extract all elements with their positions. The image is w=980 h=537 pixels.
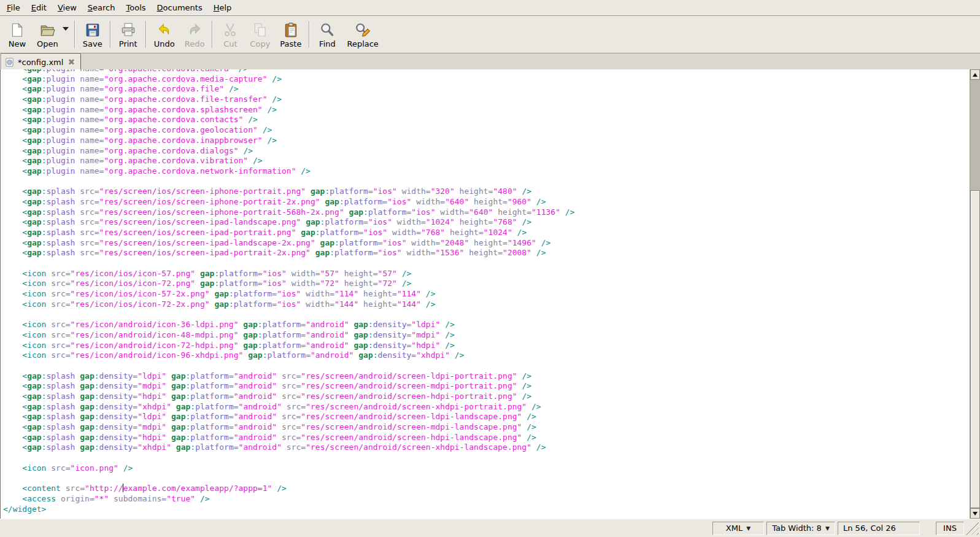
toolbar-separator <box>74 21 75 48</box>
code-line[interactable]: <gap:splash src="res/screen/ios/screen-i… <box>3 187 970 197</box>
magnifier-pencil-icon <box>355 22 371 38</box>
tab-config-xml[interactable]: *config.xml ✖ <box>1 53 81 70</box>
statusbar: XML ▼ Tab Width: 8 ▼ Ln 56, Col 26 INS <box>0 519 980 537</box>
scrollbar-thumb[interactable] <box>970 190 980 508</box>
tab-width-selector[interactable]: Tab Width: 8 ▼ <box>766 522 835 535</box>
code-line[interactable]: <icon src="res/icon/ios/icon-57-2x.png" … <box>3 289 970 299</box>
gedit-window: File Edit View Search Tools Documents He… <box>0 0 980 537</box>
code-line[interactable]: <gap:splash src="res/screen/ios/screen-i… <box>3 228 970 238</box>
code-line[interactable]: <icon src="res/icon/android/icon-96-xhdp… <box>3 350 970 361</box>
code-line[interactable]: <icon src="res/icon/ios/icon-57.png" gap… <box>3 269 970 279</box>
language-selector[interactable]: XML ▼ <box>712 522 764 535</box>
tab-title: *config.xml <box>18 58 63 67</box>
code-line[interactable] <box>3 177 970 187</box>
code-line[interactable]: <gap:plugin name="org.apache.cordova.net… <box>3 166 970 177</box>
code-line[interactable] <box>3 310 970 320</box>
code-line[interactable]: <access origin="*" subdomains="true" /> <box>3 494 970 504</box>
code-line[interactable]: <gap:plugin name="org.apache.cordova.fil… <box>3 84 970 95</box>
copy-button-label: Copy <box>250 40 270 48</box>
code-line[interactable]: <gap:splash gap:density="hdpi" gap:platf… <box>3 392 970 402</box>
code-line[interactable]: <icon src="res/icon/android/icon-48-mdpi… <box>3 330 970 341</box>
toolbar: New Open Save Print <box>0 16 980 53</box>
code-line[interactable]: <icon src="res/icon/ios/icon-72.png" gap… <box>3 279 970 289</box>
cursor-position-label: Ln 56, Col 26 <box>843 523 896 533</box>
menu-file[interactable]: File <box>1 1 26 14</box>
new-button[interactable]: New <box>2 20 32 50</box>
code-line[interactable]: <gap:splash gap:density="hdpi" gap:platf… <box>3 433 970 443</box>
code-line[interactable]: <gap:plugin name="org.apache.cordova.fil… <box>3 95 970 105</box>
find-button-label: Find <box>319 40 336 48</box>
clipboard-icon <box>283 22 299 38</box>
code-line[interactable]: <gap:plugin name="org.apache.cordova.dia… <box>3 146 970 156</box>
resize-grip[interactable] <box>965 522 979 535</box>
undo-button-label: Undo <box>154 40 175 48</box>
close-icon[interactable]: ✖ <box>67 58 75 66</box>
find-button[interactable]: Find <box>312 20 342 50</box>
print-button-label: Print <box>119 40 137 48</box>
replace-button[interactable]: Replace <box>342 20 383 50</box>
code-line[interactable] <box>3 474 970 484</box>
code-line[interactable]: <gap:plugin name="org.apache.cordova.geo… <box>3 125 970 136</box>
redo-arrow-icon <box>187 22 203 38</box>
menu-view[interactable]: View <box>52 1 82 14</box>
menubar: File Edit View Search Tools Documents He… <box>0 0 980 16</box>
undo-button[interactable]: Undo <box>149 20 180 50</box>
menu-tools[interactable]: Tools <box>121 1 152 14</box>
code-line[interactable]: <gap:splash gap:density="mdpi" gap:platf… <box>3 381 970 392</box>
code-line[interactable]: <gap:plugin name="org.apache.cordova.con… <box>3 115 970 125</box>
code-line[interactable]: </widget> <box>3 504 970 515</box>
redo-button: Redo <box>180 20 210 50</box>
code-line[interactable]: <gap:splash src="res/screen/ios/screen-i… <box>3 238 970 249</box>
toolbar-separator <box>145 21 147 48</box>
menu-documents[interactable]: Documents <box>152 1 208 14</box>
menu-edit[interactable]: Edit <box>26 1 52 14</box>
save-floppy-icon <box>85 22 101 38</box>
paste-button[interactable]: Paste <box>275 20 306 50</box>
code-line[interactable] <box>3 361 970 371</box>
code-area[interactable]: <gap:plugin name="org.apache.cordova.cam… <box>1 69 970 519</box>
copy-button: Copy <box>245 20 275 50</box>
printer-icon <box>120 22 136 38</box>
cut-button-label: Cut <box>223 40 237 48</box>
code-line[interactable]: <gap:splash gap:density="ldpi" gap:platf… <box>3 371 970 382</box>
gedit-document-icon <box>5 58 14 67</box>
code-line[interactable]: <gap:splash src="res/screen/ios/screen-i… <box>3 248 970 258</box>
code-line[interactable]: <icon src="res/icon/android/icon-36-ldpi… <box>3 320 970 330</box>
code-line[interactable]: <gap:plugin name="org.apache.cordova.cam… <box>3 69 970 74</box>
save-button[interactable]: Save <box>78 20 107 50</box>
save-button-label: Save <box>83 40 102 48</box>
chevron-down-icon <box>63 27 69 31</box>
code-line[interactable]: <gap:splash src="res/screen/ios/screen-i… <box>3 217 970 228</box>
code-line[interactable] <box>3 453 970 463</box>
code-line[interactable]: <icon src="icon.png" /> <box>3 463 970 474</box>
code-line[interactable]: <content src="http://example.com/example… <box>3 484 970 494</box>
code-line[interactable]: <gap:plugin name="org.apache.cordova.spl… <box>3 105 970 115</box>
print-button[interactable]: Print <box>114 20 143 50</box>
code-line[interactable]: <gap:splash gap:density="ldpi" gap:platf… <box>3 412 970 422</box>
code-line[interactable]: <gap:splash gap:density="xhdpi" gap:plat… <box>3 402 970 412</box>
menu-search[interactable]: Search <box>82 1 121 14</box>
code-line[interactable] <box>3 258 970 269</box>
open-button[interactable]: Open <box>32 20 63 50</box>
scroll-down-button[interactable] <box>970 508 980 519</box>
vertical-scrollbar[interactable] <box>970 69 980 519</box>
open-button-label: Open <box>37 40 58 48</box>
toolbar-separator <box>110 21 111 48</box>
code-line[interactable]: <gap:plugin name="org.apache.cordova.vib… <box>3 156 970 166</box>
code-line[interactable]: <gap:splash gap:density="xhdpi" gap:plat… <box>3 442 970 453</box>
code-line[interactable]: <gap:plugin name="org.apache.cordova.ina… <box>3 136 970 146</box>
code-line[interactable]: <gap:plugin name="org.apache.cordova.med… <box>3 74 970 85</box>
code-line[interactable]: <gap:splash gap:density="mdpi" gap:platf… <box>3 422 970 433</box>
code-line[interactable]: <icon src="res/icon/android/icon-72-hdpi… <box>3 341 970 351</box>
scroll-up-button[interactable] <box>970 69 980 80</box>
arrow-up-icon <box>973 73 978 77</box>
magnifier-icon <box>319 22 335 38</box>
new-document-icon <box>9 22 25 38</box>
code-line[interactable]: <gap:splash src="res/screen/ios/screen-i… <box>3 197 970 207</box>
open-dropdown-button[interactable] <box>61 27 71 31</box>
toolbar-separator <box>212 21 213 48</box>
menu-help[interactable]: Help <box>208 1 237 14</box>
code-line[interactable]: <gap:splash src="res/screen/ios/screen-i… <box>3 207 970 218</box>
code-line[interactable]: <icon src="res/icon/ios/icon-72-2x.png" … <box>3 299 970 310</box>
new-button-label: New <box>9 40 26 48</box>
